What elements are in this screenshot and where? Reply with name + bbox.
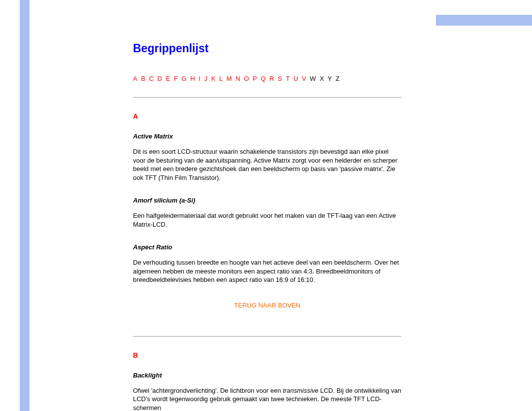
divider: [133, 336, 401, 337]
nav-w: W: [310, 75, 316, 82]
nav-r[interactable]: R: [269, 75, 274, 82]
section-a-heading: A: [133, 112, 517, 120]
desc-aspect-ratio: De verhouding tussen breedte en hoogte v…: [133, 258, 401, 284]
term-aspect-ratio: Aspect Ratio: [133, 243, 517, 251]
nav-t[interactable]: T: [286, 75, 290, 82]
nav-x: X: [320, 75, 324, 82]
section-b-heading: B: [133, 351, 517, 359]
desc-amorf-silicium: Een halfgeleidermateriaal dat wordt gebr…: [133, 211, 401, 229]
nav-y: Y: [328, 75, 332, 82]
nav-s[interactable]: S: [278, 75, 282, 82]
nav-d[interactable]: D: [158, 75, 162, 82]
nav-k[interactable]: K: [211, 75, 216, 82]
divider: [133, 97, 401, 98]
main-content: Begrippenlijst A B C D E F G H I J K L M…: [30, 0, 517, 411]
nav-f[interactable]: F: [174, 75, 178, 82]
nav-b[interactable]: B: [141, 75, 145, 82]
alphabet-nav: A B C D E F G H I J K L M N O P Q R S T: [133, 75, 517, 82]
nav-a[interactable]: A: [133, 75, 137, 82]
top-accent-bar: [436, 15, 517, 26]
right-accent-bar: [517, 15, 532, 26]
left-accent-bar: [20, 0, 30, 411]
nav-v[interactable]: V: [302, 75, 306, 82]
term-backlight: Backlight: [133, 372, 517, 379]
nav-i[interactable]: I: [199, 75, 200, 82]
desc-backlight: Ofwel 'achtergrondverlichting'. De licht…: [133, 386, 401, 411]
nav-g[interactable]: G: [182, 75, 187, 82]
right-accent-column: [517, 0, 532, 411]
nav-j[interactable]: J: [204, 75, 208, 82]
nav-m[interactable]: M: [227, 75, 232, 82]
page-title: Begrippenlijst: [133, 42, 517, 55]
nav-h[interactable]: H: [190, 75, 195, 82]
nav-z: Z: [335, 75, 339, 82]
term-active-matrix: Active Matrix: [133, 133, 517, 140]
nav-q[interactable]: Q: [261, 75, 266, 82]
desc-active-matrix: Dit is een soort LCD-structuur waarin sc…: [133, 147, 401, 182]
term-amorf-silicium: Amorf silicium (a-Si): [133, 197, 517, 204]
back-to-top-container: TERUG NAAR BOVEN: [133, 302, 401, 309]
nav-p[interactable]: P: [253, 75, 257, 82]
desc-backlight-italic: transmissive: [283, 387, 318, 394]
nav-u[interactable]: U: [294, 75, 298, 82]
nav-e[interactable]: E: [166, 75, 170, 82]
back-to-top-link[interactable]: TERUG NAAR BOVEN: [234, 302, 300, 309]
nav-l[interactable]: L: [219, 75, 223, 82]
nav-n[interactable]: N: [235, 75, 240, 82]
desc-backlight-prefix: Ofwel 'achtergrondverlichting'. De licht…: [133, 387, 283, 394]
nav-o[interactable]: O: [244, 75, 249, 82]
nav-c[interactable]: C: [149, 75, 154, 82]
